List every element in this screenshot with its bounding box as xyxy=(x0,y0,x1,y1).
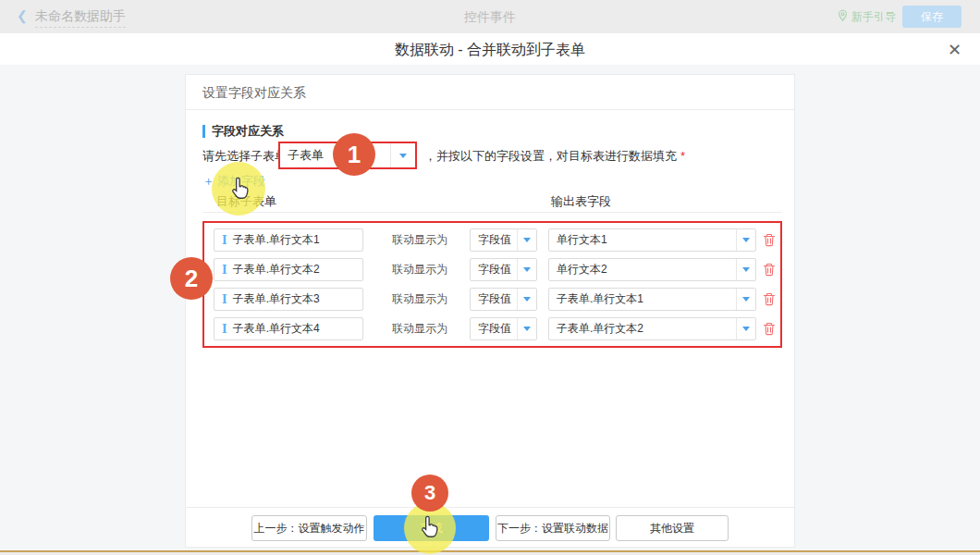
chevron-down-icon[interactable] xyxy=(517,318,536,339)
hand-cursor-icon xyxy=(417,514,441,544)
output-select-value: 单行文本1 xyxy=(549,232,736,248)
modal-body: 设置字段对应关系 字段对应关系 请先选择子表单 子表单 ，并按以下的字段设置，对… xyxy=(0,65,980,555)
trash-icon xyxy=(765,324,775,335)
section-title: 字段对应关系 xyxy=(202,123,284,140)
text-field-icon: I xyxy=(222,234,227,247)
step-badge-2: 2 xyxy=(170,257,213,300)
modal-header: 数据联动 - 合并联动到子表单 ✕ xyxy=(0,33,980,66)
subform-hint: ，并按以下的字段设置，对目标表进行数据填充* xyxy=(424,148,685,165)
relation-label: 联动显示为 xyxy=(392,317,447,340)
guide-pin-icon xyxy=(838,9,848,25)
next-step-button[interactable]: 下一步：设置联动数据 xyxy=(496,515,610,541)
column-header-output: 输出表字段 xyxy=(551,193,611,210)
chevron-down-icon[interactable] xyxy=(736,259,755,280)
relation-label: 联动显示为 xyxy=(392,228,447,252)
close-icon[interactable]: ✕ xyxy=(948,40,962,60)
target-field-input[interactable]: I 子表单.单行文本3 xyxy=(214,288,363,311)
hand-cursor-icon xyxy=(227,176,251,205)
output-field-select[interactable]: 单行文本2 xyxy=(548,258,756,281)
chevron-down-icon[interactable] xyxy=(736,289,755,310)
chevron-down-icon[interactable] xyxy=(390,143,415,167)
output-select-value: 子表单.单行文本2 xyxy=(549,321,736,337)
prev-step-button[interactable]: 上一步：设置触发动作 xyxy=(251,515,367,541)
target-field-value: 子表单.单行文本1 xyxy=(233,232,320,248)
delete-row-button[interactable] xyxy=(762,291,777,307)
relation-label: 联动显示为 xyxy=(392,288,447,311)
chevron-down-icon[interactable] xyxy=(517,259,536,280)
text-field-icon: I xyxy=(222,264,227,277)
guide-label: 新手引导 xyxy=(851,9,896,25)
target-field-value: 子表单.单行文本4 xyxy=(233,321,320,337)
target-field-input[interactable]: I 子表单.单行文本1 xyxy=(214,228,363,252)
section-title-label: 字段对应关系 xyxy=(212,123,284,140)
panel-title: 设置字段对应关系 xyxy=(186,75,794,110)
table-row: I 子表单.单行文本1 联动显示为 字段值 单行文本1 xyxy=(204,228,780,252)
delete-row-button[interactable] xyxy=(762,262,777,278)
table-row: I 子表单.单行文本3 联动显示为 字段值 子表单.单行文本1 xyxy=(204,288,780,311)
chevron-down-icon[interactable] xyxy=(736,229,755,251)
modal-title: 数据联动 - 合并联动到子表单 xyxy=(0,41,980,60)
output-field-select[interactable]: 单行文本1 xyxy=(548,228,756,252)
output-select-value: 子表单.单行文本1 xyxy=(549,291,736,307)
delete-row-button[interactable] xyxy=(762,232,777,248)
page-title: 控件事件 xyxy=(0,9,980,26)
mode-select-value: 字段值 xyxy=(471,291,517,307)
mode-select[interactable]: 字段值 xyxy=(470,228,537,252)
section-accent-bar xyxy=(202,125,205,138)
trash-icon xyxy=(765,235,775,246)
mode-select-value: 字段值 xyxy=(471,232,517,248)
mode-select-value: 字段值 xyxy=(471,262,517,278)
chevron-down-icon[interactable] xyxy=(736,318,755,339)
target-field-input[interactable]: I 子表单.单行文本2 xyxy=(214,258,363,281)
guide-button[interactable]: 新手引导 xyxy=(838,9,896,25)
save-button[interactable]: 保存 xyxy=(902,6,962,28)
text-field-icon: I xyxy=(222,323,227,336)
subform-hint-text: ，并按以下的字段设置，对目标表进行数据填充 xyxy=(424,149,677,163)
table-row: I 子表单.单行文本4 联动显示为 字段值 子表单.单行文本2 xyxy=(204,317,780,340)
table-row: I 子表单.单行文本2 联动显示为 字段值 单行文本2 xyxy=(204,258,780,281)
mode-select[interactable]: 字段值 xyxy=(470,317,537,340)
output-field-select[interactable]: 子表单.单行文本1 xyxy=(548,288,756,311)
target-field-value: 子表单.单行文本2 xyxy=(233,262,320,278)
mode-select[interactable]: 字段值 xyxy=(470,288,537,311)
target-field-input[interactable]: I 子表单.单行文本4 xyxy=(214,317,363,340)
mode-select[interactable]: 字段值 xyxy=(470,258,537,281)
annotation-red-box-rows: I 子表单.单行文本1 联动显示为 字段值 单行文本1 xyxy=(202,221,782,348)
delete-row-button[interactable] xyxy=(762,321,777,337)
step-badge-1: 1 xyxy=(333,133,375,176)
mode-select-value: 字段值 xyxy=(471,321,517,337)
chevron-down-icon[interactable] xyxy=(517,229,536,251)
screen: ❮ 未命名数据助手 控件事件 新手引导 保存 数据联动 - 合并联动到子表单 ✕… xyxy=(0,0,980,555)
topbar: ❮ 未命名数据助手 控件事件 新手引导 保存 xyxy=(0,0,980,33)
text-field-icon: I xyxy=(222,293,227,306)
trash-icon xyxy=(765,265,775,276)
chevron-down-icon[interactable] xyxy=(517,289,536,310)
trash-icon xyxy=(765,294,775,305)
required-asterisk: * xyxy=(680,149,685,163)
target-field-value: 子表单.单行文本3 xyxy=(233,291,320,307)
field-mapping-panel: 设置字段对应关系 字段对应关系 请先选择子表单 子表单 ，并按以下的字段设置，对… xyxy=(185,74,795,548)
output-select-value: 单行文本2 xyxy=(549,262,736,278)
step-badge-3: 3 xyxy=(411,475,448,512)
other-settings-button[interactable]: 其他设置 xyxy=(616,515,729,541)
output-field-select[interactable]: 子表单.单行文本2 xyxy=(548,317,756,340)
relation-label: 联动显示为 xyxy=(392,258,447,281)
footer-divider xyxy=(186,507,794,508)
column-header-divider xyxy=(202,212,782,213)
